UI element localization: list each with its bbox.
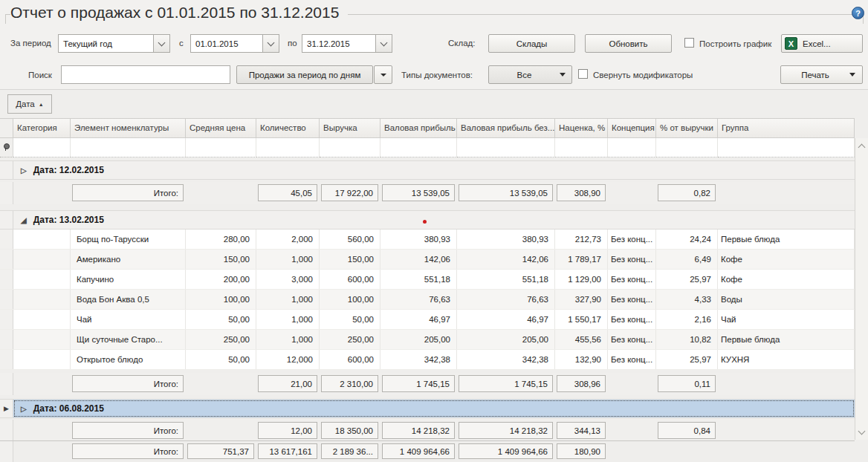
column-header-8[interactable]: Концепция: [608, 118, 656, 138]
column-header-6[interactable]: Валовая прибыль без...: [457, 118, 555, 138]
total-cell-pct-of-revenue: 0,82: [656, 182, 718, 204]
total-box-pct-of-revenue: 0,11: [658, 375, 716, 392]
group-total-row: Итого:21,002 310,001 745,151 745,15308,9…: [0, 373, 855, 395]
category-cell: [13, 441, 71, 462]
filter-cell-6[interactable]: [457, 138, 555, 157]
filter-cell-7[interactable]: [555, 138, 608, 157]
to-label: по: [288, 39, 297, 48]
refresh-button[interactable]: Обновить: [585, 34, 672, 53]
grand-total-box-revenue: 2 189 36...: [321, 443, 378, 459]
filter-cell-4[interactable]: [320, 138, 380, 157]
group-row[interactable]: ▷Дата: 12.02.2015: [0, 160, 855, 180]
group-by-date-label: Дата: [16, 100, 34, 108]
group-row-body[interactable]: ▷Дата: 06.08.2015: [13, 400, 855, 417]
grid-header-indicator: [0, 118, 13, 138]
grand-total-cell-quantity: 13 617,161: [256, 441, 320, 462]
item-name-cell: Вода Бон Аква 0,5: [71, 290, 186, 309]
filter-cell-9[interactable]: [656, 138, 718, 157]
report-mode-dropdown-button[interactable]: [374, 65, 392, 84]
collapse-modifiers-checkbox[interactable]: [578, 69, 588, 79]
item-row[interactable]: Капучино200,003,000600,00551,18551,181 1…: [0, 270, 855, 290]
date-to-dropdown-button[interactable]: [375, 35, 392, 52]
column-header-9[interactable]: % от выручки: [656, 118, 718, 138]
item-row[interactable]: Американо150,001,000150,00142,06142,061 …: [0, 250, 855, 270]
expand-group-icon[interactable]: ▷: [21, 405, 27, 413]
item-row[interactable]: Вода Бон Аква 0,5100,001,000100,0076,637…: [0, 290, 855, 310]
chevron-down-icon: [858, 427, 866, 435]
group-cell: Чай: [718, 310, 855, 329]
group-cell: Первые блюда: [718, 230, 855, 249]
filter-cell-5[interactable]: [380, 138, 457, 157]
column-header-7[interactable]: Наценка, %: [555, 118, 608, 138]
total-cell-total-label: Итого:: [71, 373, 186, 395]
scroll-up-button[interactable]: [855, 138, 868, 154]
print-button-label: Печать: [781, 71, 849, 79]
stores-button[interactable]: Склады: [488, 34, 575, 53]
date-from-dropdown-button[interactable]: [262, 35, 279, 52]
total-cell-revenue: 2 310,00: [320, 373, 380, 395]
column-header-2[interactable]: Средняя цена: [186, 118, 256, 138]
pct-of-revenue-cell: 4,33: [656, 290, 718, 309]
pct-of-revenue-cell: 6,49: [656, 250, 718, 269]
help-icon[interactable]: ?: [852, 7, 864, 19]
column-header-1[interactable]: Элемент номенклатуры: [71, 118, 186, 138]
group-row-body[interactable]: ▷Дата: 12.02.2015: [13, 161, 855, 179]
grand-total-cell-concept: [608, 441, 656, 462]
row-indicator: [0, 373, 13, 395]
item-row[interactable]: Открытое блюдо50,0012,000600,00342,38342…: [0, 350, 855, 370]
column-header-10[interactable]: Группа: [718, 118, 855, 138]
from-label: с: [179, 39, 184, 48]
column-header-5[interactable]: Валовая прибыль: [380, 118, 457, 138]
column-header-3[interactable]: Количество: [256, 118, 320, 138]
group-row-body[interactable]: ◢Дата: 13.02.2015: [13, 211, 855, 229]
filter-cell-8[interactable]: [608, 138, 656, 157]
revenue-cell: 560,00: [320, 230, 380, 249]
period-dropdown-button[interactable]: [153, 35, 169, 52]
scroll-down-button[interactable]: [855, 424, 868, 440]
total-cell-total-label: Итого:: [71, 182, 186, 204]
item-row[interactable]: Щи суточные Старо...250,001,000250,00205…: [0, 330, 855, 350]
avg-price-cell: 280,00: [186, 230, 256, 249]
grid-filter-row[interactable]: [0, 138, 855, 157]
item-row[interactable]: Борщ по-Тарусски280,002,000560,00380,933…: [0, 230, 855, 250]
group-row[interactable]: ◢Дата: 13.02.2015: [0, 210, 855, 230]
date-from-field[interactable]: 01.01.2015: [190, 34, 279, 53]
filter-cell-1[interactable]: [71, 138, 186, 157]
group-row[interactable]: ▶▷Дата: 06.08.2015: [0, 399, 855, 418]
vertical-scrollbar[interactable]: [855, 138, 868, 440]
search-label: Поиск: [28, 71, 52, 79]
collapse-group-icon[interactable]: ◢: [21, 216, 27, 224]
row-indicator: [0, 290, 13, 309]
filter-cell-0[interactable]: [13, 138, 71, 157]
pct-of-revenue-cell: 10,82: [656, 330, 718, 349]
item-row[interactable]: Чай50,001,00050,0046,9746,971 550,17Без …: [0, 310, 855, 330]
build-chart-checkbox[interactable]: [684, 38, 694, 48]
print-button[interactable]: Печать: [780, 65, 863, 84]
gross-profit-cell: 551,18: [380, 270, 457, 289]
column-header-4[interactable]: Выручка: [320, 118, 380, 138]
markup-cell: 1 129,00: [555, 270, 608, 289]
filter-cell-2[interactable]: [186, 138, 256, 157]
doc-types-dropdown[interactable]: Все: [488, 65, 572, 84]
total-box-revenue: 17 922,00: [321, 184, 378, 201]
filter-cell-10[interactable]: [718, 138, 855, 157]
filter-cell-3[interactable]: [256, 138, 320, 157]
period-combobox[interactable]: Текущий год: [58, 34, 170, 53]
category-cell: [13, 373, 71, 395]
category-cell: [13, 330, 71, 349]
expand-group-icon[interactable]: ▷: [21, 166, 27, 175]
concept-cell: Без конц...: [608, 230, 656, 249]
revenue-cell: 250,00: [320, 330, 380, 349]
date-to-field[interactable]: 31.12.2015: [302, 34, 392, 53]
excel-button[interactable]: X Excel...: [781, 34, 863, 53]
row-indicator: [0, 250, 13, 269]
triangle-down-icon: [560, 73, 566, 77]
row-indicator: [0, 441, 13, 462]
search-input[interactable]: [61, 65, 230, 84]
sort-ascending-icon: ▲: [39, 102, 44, 107]
revenue-cell: 150,00: [320, 250, 380, 269]
group-by-date-button[interactable]: Дата ▲: [7, 94, 52, 114]
report-mode-dropdown[interactable]: Продажи за период по дням: [236, 65, 373, 84]
total-cell-avg-price: [186, 420, 256, 442]
column-header-0[interactable]: Категория: [13, 118, 71, 138]
